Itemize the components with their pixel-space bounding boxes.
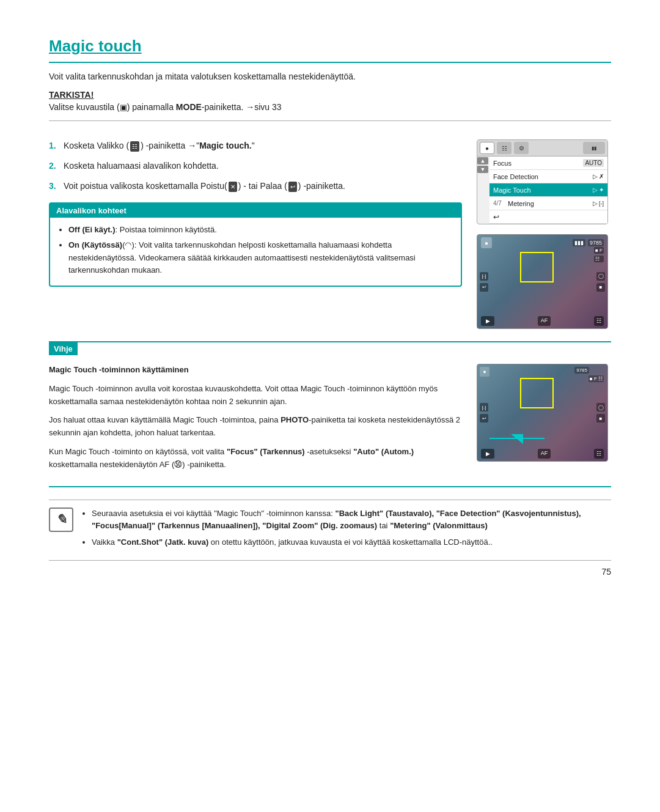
vf-zoom-icon: ☷ <box>594 256 604 262</box>
vf2-bracket-icon: [-] <box>480 403 488 412</box>
step-3-num: 3. <box>49 180 64 193</box>
cam-menu-body: ▲ ▼ Focus AUTO Face Detection ▷ ✗ Magic … <box>477 157 607 224</box>
alavalikon-item-on: On (Käytössä)(◠): Voit valita tarkennusk… <box>68 239 452 277</box>
face-detect-icon: ✗ <box>599 173 604 180</box>
cam-row-metering: 4/7 Metering ▷ [-] <box>490 197 607 210</box>
vihje-content: Magic Touch -toiminnon käyttäminen Magic… <box>49 355 611 486</box>
vf-icon-a: ◯ <box>596 272 605 281</box>
vf-right-side-icons: ◯ ■ <box>596 272 605 292</box>
camera-menu-ui: ● ☷ ⚙ ▮▮ ▲ ▼ Focus AUTO Face D <box>477 139 608 224</box>
cam-settings-icon: ⚙ <box>514 142 529 154</box>
page-title: Magic touch <box>49 37 611 63</box>
cam-row-face-arrow: ▷ <box>593 173 598 180</box>
vf-face-detect-box <box>520 252 554 282</box>
cam-row-magic-arrow: ▷ <box>593 186 598 193</box>
cam-row-num: 4/7 <box>493 200 505 207</box>
back-icon: ↩ <box>288 182 297 192</box>
cam-row-focus-label: Focus <box>493 160 582 167</box>
tarkista-box: TARKISTA! Valitse kuvaustila (▣) painama… <box>49 90 611 121</box>
vf-f-icon: ■ F <box>594 247 604 254</box>
step-3-text: Voit poistua valikosta koskettamalla Poi… <box>64 180 462 193</box>
vf2-play-btn: ▶ <box>481 449 494 459</box>
note-text: Seuraavia asetuksia ei voi käyttää "Magi… <box>82 508 611 553</box>
vf2-bottom-bar: ▶ AF ☷ <box>477 446 607 461</box>
page-number: 75 <box>49 567 611 577</box>
alavalikon-item-off: Off (Ei käyt.): Poistaa toiminnon käytös… <box>68 224 452 237</box>
vf-play-btn: ▶ <box>481 316 494 326</box>
vihje-title: Magic Touch -toiminnon käyttäminen <box>49 364 462 377</box>
x-icon: ✕ <box>229 182 237 192</box>
note-item-1: Seuraavia asetuksia ei voi käyttää "Magi… <box>92 508 611 533</box>
vihje-section: Vihje Magic Touch -toiminnon käyttäminen… <box>49 341 611 487</box>
alavalikon-content: Off (Ei käyt.): Poistaa toiminnon käytös… <box>50 218 461 286</box>
back-nav-icon: ↩ <box>493 213 499 221</box>
camera-viewfinder-1: ● ▮▮▮ 9785 ■ F ☷ [-] ↩ ◯ ■ <box>477 234 608 329</box>
cam-row-face-label: Face Detection <box>493 173 593 180</box>
note-box: ✎ Seuraavia asetuksia ei voi käyttää "Ma… <box>49 500 611 561</box>
note-item-2: Vaikka "Cont.Shot" (Jatk. kuva) on otett… <box>92 536 611 549</box>
vf2-face-box <box>520 378 554 408</box>
cam-nav-up: ▲ <box>477 157 488 164</box>
step-2-num: 2. <box>49 160 64 172</box>
vf2-af-btn: AF <box>538 449 551 459</box>
intro-text: Voit valita tarkennuskohdan ja mitata va… <box>49 72 611 81</box>
vf-menu-btn: ☷ <box>594 316 604 326</box>
step-1-text: Kosketa Valikko (☷) -painiketta →"Magic … <box>64 139 462 152</box>
vf-bracket-icon: [-] <box>480 272 488 281</box>
vf2-menu-btn: ☷ <box>594 449 604 459</box>
vf2-back-icon: ↩ <box>480 414 488 423</box>
right-column: ● ☷ ⚙ ▮▮ ▲ ▼ Focus AUTO Face D <box>477 139 611 329</box>
cam-row-face: Face Detection ▷ ✗ <box>490 170 607 183</box>
face-track-icon: ◠ <box>125 240 131 249</box>
note-icon: ✎ <box>49 508 73 532</box>
vihje-para-3: Kun Magic Touch -toiminto on käytössä, v… <box>49 446 462 471</box>
cam-nav-down: ▼ <box>477 166 488 173</box>
vf2-icon-b: ■ <box>596 414 605 423</box>
steps-list: 1. Kosketa Valikko (☷) -painiketta →"Mag… <box>49 139 462 193</box>
cam-row-magic-touch: Magic Touch ▷ ✦ <box>490 183 607 197</box>
vf2-left-icons: [-] ↩ <box>480 403 488 423</box>
vf-back-icon: ↩ <box>480 283 488 292</box>
vihje-para-1: Magic Touch -toiminnon avulla voit koros… <box>49 383 462 408</box>
camera-mode-icon: ▣ <box>120 103 127 112</box>
vf-left-icons-1: [-] ↩ <box>480 272 488 292</box>
cam-row-focus: Focus AUTO <box>490 157 607 170</box>
camera-viewfinder-2: ● 9785 ■ F ☷ [-] ↩ ◯ ■ <box>477 364 608 462</box>
vihje-text-col: Magic Touch -toiminnon käyttäminen Magic… <box>49 364 462 478</box>
cam-row-focus-val: AUTO <box>583 159 604 167</box>
cam-menu-rows: Focus AUTO Face Detection ▷ ✗ Magic Touc… <box>490 157 607 224</box>
menu-icon: ☷ <box>130 141 139 152</box>
cam-photo-icon: ● <box>480 142 494 154</box>
cam-menu-top-bar: ● ☷ ⚙ ▮▮ <box>477 140 607 157</box>
touch-indicator <box>511 434 523 444</box>
cam-battery-icon: ▮▮ <box>583 142 605 154</box>
vf-right-icons-1: ▮▮▮ 9785 <box>573 239 604 246</box>
vf2-right-icons: ◯ ■ <box>596 403 605 423</box>
vf-battery-1: ▮▮▮ <box>573 239 585 246</box>
magic-touch-icon: ✦ <box>599 186 604 193</box>
vf-af-btn: AF <box>538 316 551 326</box>
step-2-text: Kosketa haluamaasi alavalikon kohdetta. <box>64 160 462 172</box>
vf-counter-1: 9785 <box>588 239 604 246</box>
cam-row-metering-label: Metering <box>508 200 593 207</box>
step-2: 2. Kosketa haluamaasi alavalikon kohdett… <box>49 160 462 172</box>
alavalikon-header: Alavalikon kohteet <box>50 204 461 218</box>
metering-icon: [-] <box>599 201 604 207</box>
alavalikon-box: Alavalikon kohteet Off (Ei käyt.): Poist… <box>49 202 462 287</box>
cam-row-magic-label: Magic Touch <box>493 186 593 194</box>
vf-right-side-1: ■ F ☷ <box>594 247 604 262</box>
vihje-label: Vihje <box>49 342 78 355</box>
step-1: 1. Kosketa Valikko (☷) -painiketta →"Mag… <box>49 139 462 152</box>
cam-list-icon: ☷ <box>497 142 512 154</box>
step-1-num: 1. <box>49 139 64 152</box>
vf-top-bar-1: ● ▮▮▮ 9785 <box>477 235 607 251</box>
cam-nav-arrows: ▲ ▼ <box>477 157 488 224</box>
tarkista-label: TARKISTA! <box>49 90 611 100</box>
vihje-image-col: ● 9785 ■ F ☷ [-] ↩ ◯ ■ <box>477 364 611 478</box>
tarkista-text: Valitse kuvaustila (▣) painamalla MODE-p… <box>49 102 611 112</box>
cam-row-metering-arrow: ▷ <box>593 200 598 207</box>
viewfinder-overlay-2: [-] ↩ ◯ ■ ▶ AF ☷ <box>477 364 607 461</box>
touch-line <box>490 438 544 439</box>
step-3: 3. Voit poistua valikosta koskettamalla … <box>49 180 462 193</box>
vihje-para-2: Jos haluat ottaa kuvan käyttämällä Magic… <box>49 414 462 440</box>
